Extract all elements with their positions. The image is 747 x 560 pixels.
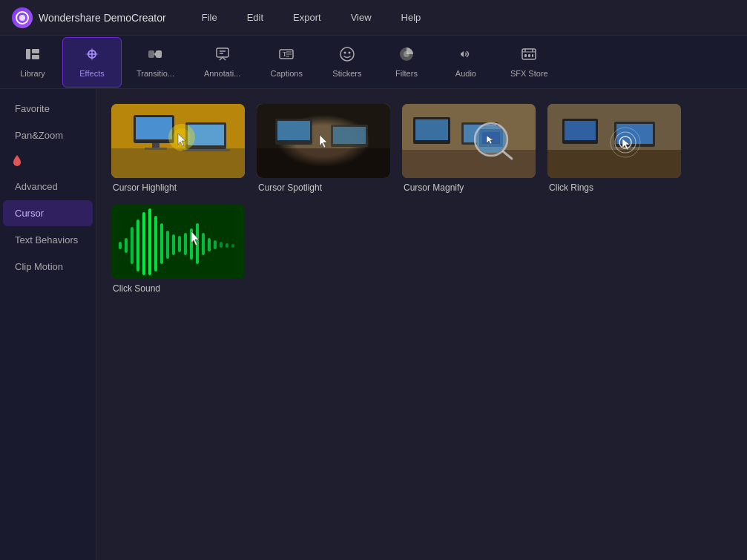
toolbar-effects[interactable]: Effects xyxy=(62,37,122,88)
svg-rect-59 xyxy=(565,121,596,140)
effect-thumb-cursor-highlight[interactable] xyxy=(111,104,245,178)
svg-rect-57 xyxy=(547,150,681,178)
svg-rect-74 xyxy=(166,231,169,259)
svg-rect-85 xyxy=(231,244,234,248)
sidebar: Favorite Pan&Zoom Advanced Cursor Text B… xyxy=(0,89,96,560)
svg-point-19 xyxy=(348,52,350,54)
svg-rect-29 xyxy=(136,117,172,139)
svg-rect-76 xyxy=(178,236,181,252)
svg-point-1 xyxy=(19,15,25,21)
library-icon xyxy=(24,46,41,66)
sfxstore-icon xyxy=(521,46,537,66)
topbar: Wondershare DemoCreator File Edit Export… xyxy=(0,0,747,36)
transitions-icon xyxy=(147,46,163,66)
svg-rect-41 xyxy=(277,121,310,140)
main-area: Favorite Pan&Zoom Advanced Cursor Text B… xyxy=(0,89,747,560)
svg-rect-80 xyxy=(202,233,205,255)
svg-rect-72 xyxy=(154,216,157,271)
svg-rect-2 xyxy=(26,49,30,59)
effect-thumb-click-sound[interactable] xyxy=(111,205,245,279)
svg-rect-4 xyxy=(32,55,39,59)
svg-rect-70 xyxy=(142,212,145,275)
effect-label-cursor-highlight: Cursor Highlight xyxy=(111,182,245,193)
toolbar-sfxstore[interactable]: SFX Store xyxy=(496,37,563,88)
toolbar-filters-label: Filters xyxy=(395,69,418,78)
content-area: Cursor Highlight xyxy=(96,89,747,560)
svg-rect-9 xyxy=(217,48,228,57)
toolbar-captions[interactable]: T Captions xyxy=(256,37,317,88)
sidebar-item-advanced[interactable]: Advanced xyxy=(3,174,93,200)
sidebar-droplet-icon xyxy=(0,149,96,173)
effect-card-cursor-spotlight[interactable]: Cursor Spotlight xyxy=(257,104,390,193)
menu-view[interactable]: View xyxy=(345,9,378,26)
svg-rect-73 xyxy=(160,223,163,264)
svg-rect-75 xyxy=(172,234,175,255)
toolbar-annotations[interactable]: Annotati... xyxy=(189,37,256,88)
toolbar-audio[interactable]: Audio xyxy=(436,37,496,88)
menu-edit[interactable]: Edit xyxy=(241,9,269,26)
toolbar-captions-label: Captions xyxy=(271,69,303,78)
svg-rect-68 xyxy=(131,227,134,264)
sidebar-item-favorite[interactable]: Favorite xyxy=(3,96,93,122)
svg-rect-27 xyxy=(111,148,245,178)
svg-point-6 xyxy=(91,53,93,56)
stickers-icon xyxy=(339,46,355,66)
effect-card-click-rings[interactable]: Click Rings xyxy=(547,104,681,193)
toolbar-annotations-label: Annotati... xyxy=(204,69,241,78)
effect-card-click-sound[interactable]: Click Sound xyxy=(111,205,245,294)
sidebar-item-clipmotion[interactable]: Clip Motion xyxy=(3,254,93,280)
toolbar-transitions[interactable]: Transitio... xyxy=(122,37,189,88)
brand-name: Wondershare DemoCreator xyxy=(39,12,166,24)
menu-export[interactable]: Export xyxy=(287,9,327,26)
brand-icon xyxy=(12,7,33,28)
svg-rect-24 xyxy=(528,54,530,57)
svg-rect-82 xyxy=(214,240,217,249)
effect-thumb-cursor-spotlight[interactable] xyxy=(257,104,390,178)
toolbar-filters[interactable]: Filters xyxy=(377,37,436,88)
toolbar-effects-label: Effects xyxy=(79,69,104,78)
svg-rect-81 xyxy=(208,238,211,251)
toolbar-transitions-label: Transitio... xyxy=(136,69,174,78)
svg-rect-3 xyxy=(32,49,39,53)
sidebar-item-panzoom[interactable]: Pan&Zoom xyxy=(3,122,93,148)
effect-label-click-sound: Click Sound xyxy=(111,283,245,294)
svg-rect-84 xyxy=(226,243,228,248)
menu-help[interactable]: Help xyxy=(395,9,427,26)
menu-file[interactable]: File xyxy=(196,9,223,26)
svg-rect-61 xyxy=(616,124,653,144)
svg-rect-45 xyxy=(402,150,536,178)
effect-card-cursor-highlight[interactable]: Cursor Highlight xyxy=(111,104,245,193)
svg-rect-83 xyxy=(220,242,223,248)
effect-label-click-rings: Click Rings xyxy=(547,182,681,193)
svg-rect-7 xyxy=(148,50,154,58)
effects-icon xyxy=(84,46,100,66)
svg-rect-67 xyxy=(125,238,128,253)
svg-rect-25 xyxy=(532,54,533,57)
effect-label-cursor-magnify: Cursor Magnify xyxy=(402,182,536,193)
effect-card-cursor-magnify[interactable]: Cursor Magnify xyxy=(402,104,536,193)
svg-rect-23 xyxy=(524,54,527,57)
annotations-icon xyxy=(214,46,231,66)
effect-thumb-cursor-magnify[interactable] xyxy=(402,104,536,178)
effect-grid: Cursor Highlight xyxy=(111,104,732,294)
svg-rect-69 xyxy=(136,220,139,271)
toolbar: Library Effects Transitio... xyxy=(0,36,747,89)
toolbar-stickers[interactable]: Stickers xyxy=(317,37,377,88)
toolbar-library-label: Library xyxy=(20,69,45,78)
sidebar-item-textbehaviors[interactable]: Text Behaviors xyxy=(3,227,93,253)
effect-label-cursor-spotlight: Cursor Spotlight xyxy=(257,182,390,193)
toolbar-sfxstore-label: SFX Store xyxy=(510,69,548,78)
svg-point-18 xyxy=(343,52,346,54)
svg-rect-31 xyxy=(145,148,167,150)
filters-icon xyxy=(398,46,415,66)
sidebar-item-cursor[interactable]: Cursor xyxy=(3,200,93,226)
svg-point-17 xyxy=(340,47,354,61)
effect-thumb-click-rings[interactable] xyxy=(547,104,681,178)
toolbar-audio-label: Audio xyxy=(455,69,476,78)
brand: Wondershare DemoCreator xyxy=(12,7,166,28)
svg-rect-43 xyxy=(333,127,366,144)
toolbar-library[interactable]: Library xyxy=(3,37,62,88)
svg-rect-34 xyxy=(182,149,230,151)
audio-icon xyxy=(458,46,474,66)
svg-rect-77 xyxy=(184,233,187,255)
